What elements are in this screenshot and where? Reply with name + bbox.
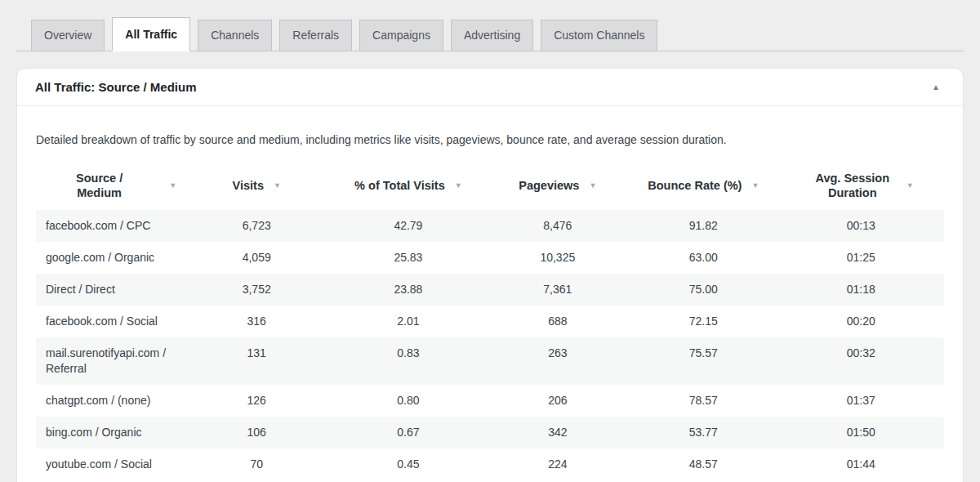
cell-pageviews: 224 (487, 449, 630, 480)
cell-pct-of-total: 2.01 (330, 306, 486, 337)
table-row: google.com / Organic 4,059 25.83 10,325 … (36, 242, 944, 274)
tab-campaigns[interactable]: Campaigns (359, 20, 443, 51)
cell-pageviews: 10,325 (487, 242, 630, 274)
cell-pct-of-total: 23.88 (330, 274, 486, 306)
source-medium-table: Source / Medium ▼ Visits ▼ % of Total Vi… (36, 166, 944, 480)
column-label: % of Total Visits (354, 178, 445, 193)
column-header-pageviews[interactable]: Pageviews ▼ (487, 166, 630, 210)
column-header-pct-of-total-visits[interactable]: % of Total Visits ▼ (330, 166, 486, 210)
all-traffic-panel: All Traffic: Source / Medium ▲ Detailed … (16, 68, 964, 482)
tab-channels[interactable]: Channels (198, 20, 272, 51)
cell-source-medium: chatgpt.com / (none) (36, 385, 183, 417)
cell-avg-session-duration: 01:50 (777, 417, 944, 449)
column-header-avg-session-duration[interactable]: Avg. Session Duration ▼ (777, 166, 944, 210)
panel-body: Detailed breakdown of traffic by source … (17, 106, 963, 480)
cell-visits: 3,752 (183, 274, 330, 306)
tab-advertising[interactable]: Advertising (451, 20, 533, 51)
column-header-visits[interactable]: Visits ▼ (183, 166, 330, 210)
cell-pageviews: 206 (487, 385, 630, 417)
cell-visits: 6,723 (183, 210, 330, 242)
table-header: Source / Medium ▼ Visits ▼ % of Total Vi… (36, 166, 944, 210)
collapse-arrow-icon: ▲ (932, 83, 940, 91)
tab-overview[interactable]: Overview (31, 20, 105, 51)
tab-all-traffic[interactable]: All Traffic (112, 17, 190, 51)
sort-icon: ▼ (906, 182, 914, 190)
table-row: Direct / Direct 3,752 23.88 7,361 75.00 … (36, 274, 944, 306)
column-label: Pageviews (519, 178, 579, 193)
cell-visits: 131 (183, 337, 330, 385)
cell-pct-of-total: 25.83 (330, 242, 486, 274)
sort-icon: ▼ (589, 182, 596, 190)
cell-source-medium: Direct / Direct (36, 274, 183, 306)
cell-pct-of-total: 0.45 (330, 449, 486, 480)
tab-bar: Overview All Traffic Channels Referrals … (16, 0, 964, 51)
cell-visits: 70 (183, 449, 330, 480)
cell-avg-session-duration: 00:32 (777, 337, 944, 385)
cell-bounce-rate: 72.15 (629, 306, 777, 337)
sort-icon: ▼ (274, 182, 281, 190)
table-row: chatgpt.com / (none) 126 0.80 206 78.57 … (36, 385, 944, 417)
panel-description: Detailed breakdown of traffic by source … (36, 133, 944, 146)
cell-bounce-rate: 78.57 (629, 385, 777, 417)
collapse-panel-button[interactable]: ▲ (929, 80, 943, 95)
cell-pageviews: 7,361 (487, 274, 630, 306)
table-row: youtube.com / Social 70 0.45 224 48.57 0… (36, 449, 944, 480)
table-row: facebook.com / CPC 6,723 42.79 8,476 91.… (36, 210, 944, 242)
table-body: facebook.com / CPC 6,723 42.79 8,476 91.… (36, 210, 944, 480)
cell-source-medium: bing.com / Organic (36, 417, 183, 449)
column-label: Bounce Rate (%) (648, 178, 742, 193)
cell-avg-session-duration: 01:44 (777, 449, 944, 480)
column-label: Source / Medium (52, 171, 146, 200)
cell-pct-of-total: 0.83 (330, 337, 486, 385)
cell-source-medium: youtube.com / Social (36, 449, 183, 480)
column-header-source-medium[interactable]: Source / Medium ▼ (36, 166, 183, 210)
cell-avg-session-duration: 00:20 (777, 306, 944, 337)
cell-bounce-rate: 91.82 (629, 210, 777, 242)
column-header-bounce-rate[interactable]: Bounce Rate (%) ▼ (629, 166, 777, 210)
cell-source-medium: google.com / Organic (36, 242, 183, 274)
cell-visits: 126 (183, 385, 330, 417)
cell-pct-of-total: 0.80 (330, 385, 486, 417)
sort-icon: ▼ (169, 182, 176, 190)
tab-referrals[interactable]: Referrals (279, 20, 352, 51)
tab-custom-channels[interactable]: Custom Channels (541, 20, 657, 51)
cell-pct-of-total: 0.67 (330, 417, 486, 449)
column-label: Avg. Session Duration (808, 171, 897, 200)
sort-icon: ▼ (455, 182, 462, 190)
panel-header: All Traffic: Source / Medium ▲ (17, 69, 963, 106)
cell-visits: 106 (183, 417, 330, 449)
cell-avg-session-duration: 01:37 (777, 385, 944, 417)
cell-pageviews: 263 (487, 337, 630, 385)
cell-pageviews: 342 (487, 417, 630, 449)
table-row: facebook.com / Social 316 2.01 688 72.15… (36, 306, 944, 337)
cell-pct-of-total: 42.79 (330, 210, 486, 242)
cell-visits: 4,059 (183, 242, 330, 274)
cell-bounce-rate: 75.57 (629, 337, 777, 385)
cell-source-medium: facebook.com / CPC (36, 210, 183, 242)
cell-bounce-rate: 75.00 (629, 274, 777, 306)
cell-avg-session-duration: 00:13 (777, 210, 944, 242)
cell-source-medium: facebook.com / Social (36, 306, 183, 337)
sort-icon: ▼ (751, 182, 759, 190)
cell-avg-session-duration: 01:25 (777, 242, 944, 274)
column-label: Visits (233, 178, 264, 193)
cell-pageviews: 688 (487, 306, 630, 337)
table-row: mail.surenotifyapi.com / Referral 131 0.… (36, 337, 944, 385)
cell-source-medium: mail.surenotifyapi.com / Referral (36, 337, 183, 385)
table-row: bing.com / Organic 106 0.67 342 53.77 01… (36, 417, 944, 449)
cell-bounce-rate: 63.00 (629, 242, 777, 274)
panel-title: All Traffic: Source / Medium (35, 80, 197, 94)
cell-bounce-rate: 53.77 (629, 417, 777, 449)
cell-avg-session-duration: 01:18 (777, 274, 944, 306)
cell-visits: 316 (183, 306, 330, 337)
cell-bounce-rate: 48.57 (629, 449, 777, 480)
cell-pageviews: 8,476 (487, 210, 630, 242)
